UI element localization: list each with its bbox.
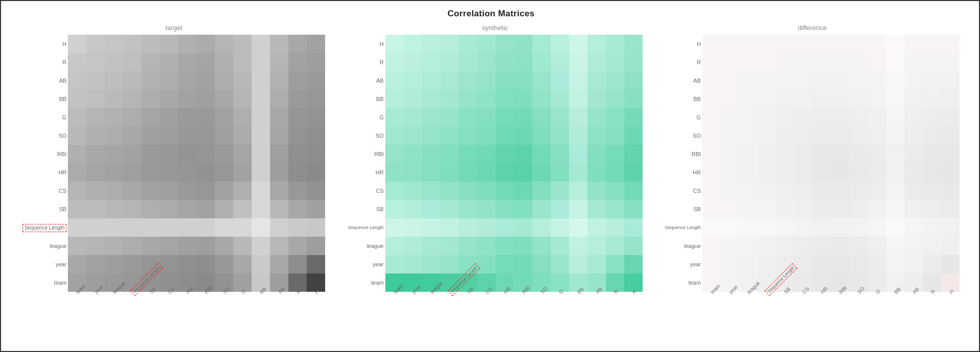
matrix-cell	[813, 127, 831, 145]
matrix-cell	[849, 182, 868, 200]
matrix-cell	[440, 53, 459, 71]
y-label-8: CS	[348, 182, 384, 200]
matrix-cell	[606, 145, 624, 163]
matrix-cell	[270, 108, 288, 127]
matrix-cell	[813, 108, 831, 127]
y-label-2: AB	[348, 71, 384, 90]
matrix-cell	[404, 237, 422, 255]
matrix-cell	[178, 255, 197, 273]
matrix-cell	[288, 163, 307, 182]
matrix-cell	[868, 163, 886, 182]
matrix-cell	[941, 108, 960, 127]
matrix-cell	[532, 237, 551, 255]
matrix-cell	[307, 35, 325, 53]
matrix-cell	[496, 108, 514, 127]
matrix-cell	[702, 53, 721, 71]
matrix-cell	[288, 218, 307, 237]
matrix-cell	[123, 163, 141, 182]
y-label-0: H	[22, 35, 66, 53]
matrix-cell	[197, 182, 215, 200]
y-label-5: SO	[665, 127, 701, 145]
matrix-cell	[702, 71, 721, 90]
matrix-cell	[904, 90, 923, 108]
matrix-cell	[532, 182, 551, 200]
y-label-3: BB	[665, 90, 701, 108]
matrix-cell	[197, 90, 215, 108]
matrix-cell	[813, 182, 831, 200]
matrix-cell	[160, 182, 178, 200]
matrix-cell	[215, 53, 233, 71]
matrix-cell	[160, 53, 178, 71]
matrix-cell	[587, 255, 606, 273]
matrix-cell	[514, 163, 532, 182]
matrix-cell	[757, 182, 776, 200]
matrix-cell	[123, 145, 141, 163]
matrix-cell	[941, 71, 960, 90]
y-label-9: SB	[22, 200, 66, 218]
matrix-cell	[233, 108, 252, 127]
matrix-cell	[233, 237, 252, 255]
matrix-cell	[178, 237, 197, 255]
matrix-cell	[288, 145, 307, 163]
matrix-cell	[794, 35, 813, 53]
matrix-cell	[404, 218, 422, 237]
matrix-cell	[215, 71, 233, 90]
matrix-cell	[270, 182, 288, 200]
y-labels-target: HRABBBGSORBIHRCSSBSequence Lengthleaguey…	[22, 35, 66, 292]
matrix-cell	[288, 90, 307, 108]
matrix-cell	[105, 145, 123, 163]
matrix-cell	[197, 127, 215, 145]
matrix-cell	[141, 35, 160, 53]
matrix-cell	[233, 145, 252, 163]
matrix-cell	[551, 53, 569, 71]
matrix-cell	[178, 127, 197, 145]
matrix-cell	[551, 127, 569, 145]
matrix-cell	[757, 237, 776, 255]
matrix-cell	[606, 255, 624, 273]
matrix-cell	[923, 200, 941, 218]
matrix-cell	[288, 53, 307, 71]
matrix-cell	[477, 127, 496, 145]
matrix-cell	[160, 237, 178, 255]
matrix-cell	[252, 108, 270, 127]
matrix-cell	[702, 163, 721, 182]
matrix-subtitle-difference: difference	[798, 24, 827, 32]
matrix-cell	[440, 145, 459, 163]
matrix-cell	[587, 71, 606, 90]
matrix-cell	[252, 127, 270, 145]
y-label-8: CS	[665, 182, 701, 200]
matrix-cell	[794, 163, 813, 182]
matrix-cell	[422, 53, 440, 71]
matrix-cell	[496, 200, 514, 218]
matrix-cell	[197, 71, 215, 90]
matrix-cell	[551, 108, 569, 127]
matrix-cell	[307, 218, 325, 237]
matrix-cell	[794, 182, 813, 200]
matrix-cell	[831, 90, 849, 108]
matrix-cell	[569, 145, 587, 163]
matrix-cell	[757, 255, 776, 273]
matrix-cell	[886, 90, 904, 108]
matrix-cell	[197, 237, 215, 255]
matrix-cell	[886, 182, 904, 200]
matrix-cell	[477, 182, 496, 200]
matrix-cell	[86, 145, 105, 163]
matrix-cell	[404, 163, 422, 182]
matrix-cell	[307, 255, 325, 273]
matrix-cell	[178, 90, 197, 108]
matrix-cell	[624, 218, 643, 237]
matrix-cell	[569, 127, 587, 145]
matrix-subtitle-synthetic: synthetic	[482, 24, 508, 32]
matrix-wrapper-synthetic: HRABBBGSORBIHRCSSBSequence Lengthleaguey…	[348, 35, 643, 335]
matrix-cell	[385, 163, 404, 182]
matrix-cell	[86, 127, 105, 145]
matrix-cell	[422, 237, 440, 255]
matrix-cell	[477, 108, 496, 127]
matrix-cell	[886, 255, 904, 273]
matrix-cell	[477, 145, 496, 163]
y-label-13: team	[348, 273, 384, 292]
matrix-cell	[233, 163, 252, 182]
matrix-cell	[233, 218, 252, 237]
matrix-cell	[849, 127, 868, 145]
matrix-cell	[160, 35, 178, 53]
